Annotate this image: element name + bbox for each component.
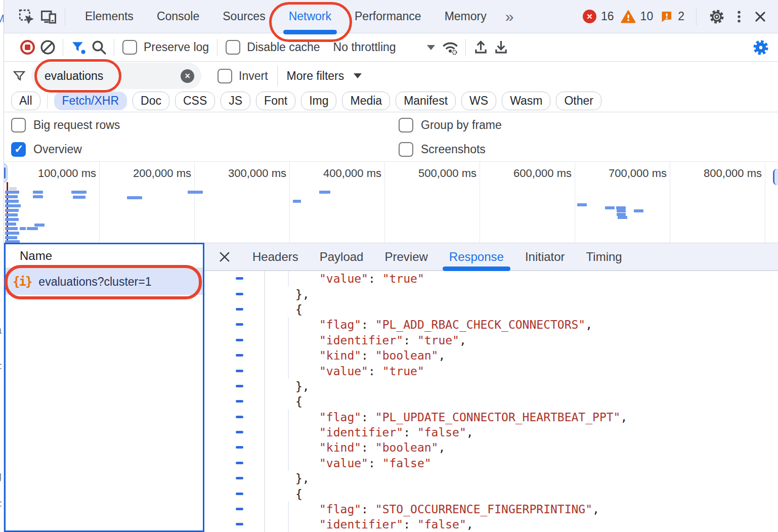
group-by-frame-checkbox[interactable] — [399, 118, 413, 132]
timeline-tick-label: 100,000 ms — [15, 167, 96, 180]
chip-img[interactable]: Img — [301, 92, 336, 110]
tab-label: Memory — [445, 10, 487, 23]
devtools-panel: ElementsConsoleSourcesNetworkPerformance… — [4, 0, 778, 532]
import-har-icon[interactable] — [471, 37, 491, 58]
clear-network-log-icon[interactable] — [37, 37, 58, 58]
detail-tab-initiator[interactable]: Initiator — [514, 243, 576, 270]
detail-tab-preview[interactable]: Preview — [374, 243, 438, 270]
line-marker-dash — [236, 431, 243, 433]
settings-gear-icon[interactable] — [708, 8, 725, 25]
inspect-element-icon[interactable] — [15, 6, 37, 28]
overview-label: Overview — [33, 143, 82, 156]
indent-guide — [288, 502, 289, 517]
line-marker-dash — [236, 493, 243, 495]
timeline-gridline — [99, 162, 100, 243]
detail-tab-payload[interactable]: Payload — [309, 243, 374, 270]
overview-checkbox[interactable] — [11, 142, 26, 157]
overview-bar — [577, 203, 587, 206]
clear-filter-icon[interactable]: ✕ — [181, 69, 194, 83]
chip-other[interactable]: Other — [556, 92, 601, 110]
tab-elements[interactable]: Elements — [73, 0, 145, 33]
indent-guide — [288, 333, 289, 348]
timeline-tick-label: 300,000 ms — [205, 167, 286, 180]
issues-icon[interactable] — [660, 10, 673, 23]
chevron-down-icon — [427, 45, 435, 50]
divider — [217, 39, 218, 56]
disable-cache-checkbox[interactable] — [226, 40, 240, 55]
chip-wasm[interactable]: Wasm — [502, 92, 550, 110]
timeline-tick-label: 600,000 ms — [491, 167, 572, 180]
response-line-text: "identifier": "true", — [319, 333, 466, 348]
close-devtools-icon[interactable] — [753, 9, 768, 24]
warning-icon[interactable] — [621, 10, 636, 24]
response-line: { — [204, 486, 778, 501]
tab-sources[interactable]: Sources — [211, 0, 277, 33]
overview-right-handle[interactable] — [773, 169, 778, 185]
more-tabs-icon[interactable]: » — [498, 8, 521, 25]
line-marker-dash — [236, 508, 243, 510]
network-conditions-icon[interactable] — [440, 37, 460, 58]
chip-js[interactable]: JS — [221, 92, 250, 110]
response-json-lines: "value": "true"},{"flag": "PL_ADD_RBAC_C… — [204, 271, 778, 532]
big-request-rows-checkbox[interactable] — [11, 118, 26, 132]
name-column-header[interactable]: Name — [6, 244, 203, 269]
indent-guide — [288, 517, 289, 532]
tab-memory[interactable]: Memory — [433, 0, 498, 33]
overview-bar — [188, 191, 203, 194]
tab-console[interactable]: Console — [145, 0, 211, 33]
record-network-log-icon[interactable] — [17, 37, 37, 58]
response-line-text: "identifier": "false", — [319, 425, 473, 440]
chip-ws[interactable]: WS — [461, 92, 496, 110]
detail-tab-label: Timing — [586, 250, 622, 264]
response-line: "flag": "PL_UPDATE_CONNECTOR_HEARTBEAT_P… — [204, 410, 778, 425]
request-rows: {i}evaluations?cluster=1 — [6, 269, 203, 295]
detail-tab-timing[interactable]: Timing — [576, 243, 633, 270]
throttling-dropdown[interactable]: No throttling — [333, 40, 435, 54]
response-line: "kind": "boolean", — [204, 440, 778, 455]
tab-label: Performance — [355, 10, 421, 23]
overview-bar — [5, 236, 17, 239]
network-settings-gear-icon[interactable] — [752, 38, 770, 57]
active-detail-tab-underline — [443, 267, 510, 271]
response-line-text: { — [295, 394, 302, 409]
overview-bar — [319, 191, 330, 194]
screenshots-checkbox[interactable] — [399, 142, 413, 157]
overview-left-handle[interactable] — [4, 163, 8, 183]
overview-bar — [27, 227, 38, 230]
detail-tab-bar: HeadersPayloadPreviewResponseInitiatorTi… — [204, 243, 778, 271]
network-overview-timeline[interactable]: 100,000 ms200,000 ms300,000 ms400,000 ms… — [4, 162, 778, 243]
export-har-icon[interactable] — [491, 37, 511, 58]
chip-font[interactable]: Font — [256, 92, 295, 110]
line-marker-dash — [236, 339, 243, 341]
filter-icon[interactable] — [68, 37, 89, 58]
preserve-log-checkbox[interactable] — [122, 40, 137, 55]
error-badge-icon[interactable]: ✕ — [583, 10, 596, 23]
request-name: evaluations?cluster=1 — [38, 275, 151, 289]
chip-css[interactable]: CSS — [175, 92, 215, 110]
detail-tab-headers[interactable]: Headers — [242, 243, 309, 270]
more-filters-dropdown[interactable]: More filters — [287, 69, 362, 83]
tab-network[interactable]: Network — [277, 0, 343, 33]
chip-fetch-xhr[interactable]: Fetch/XHR — [54, 92, 127, 110]
request-row[interactable]: {i}evaluations?cluster=1 — [6, 269, 203, 295]
response-body-viewer[interactable]: "value": "true"},{"flag": "PL_ADD_RBAC_C… — [204, 271, 778, 532]
filter-input[interactable]: evaluations ✕ — [31, 63, 201, 89]
overview-bar — [33, 191, 43, 194]
overview-bar — [5, 209, 19, 212]
response-line-text: "flag": "PL_ADD_RBAC_CHECK_CONNECTORS", — [319, 317, 592, 332]
invert-checkbox[interactable] — [218, 69, 232, 83]
chip-all[interactable]: All — [11, 92, 40, 110]
close-detail-icon[interactable] — [218, 250, 232, 264]
kebab-menu-icon[interactable] — [732, 9, 746, 24]
tab-performance[interactable]: Performance — [343, 0, 433, 33]
chip-manifest[interactable]: Manifest — [396, 92, 456, 110]
detail-tab-response[interactable]: Response — [439, 243, 514, 270]
page-behind-artifact: < — [0, 498, 4, 511]
chip-doc[interactable]: Doc — [133, 92, 169, 110]
search-icon[interactable] — [89, 37, 109, 58]
more-filters-label: More filters — [287, 69, 344, 83]
chip-media[interactable]: Media — [342, 92, 390, 110]
response-line: "identifier": "true", — [204, 333, 778, 348]
page-behind-artifact: M — [0, 12, 4, 25]
toggle-device-toolbar-icon[interactable] — [37, 6, 60, 28]
